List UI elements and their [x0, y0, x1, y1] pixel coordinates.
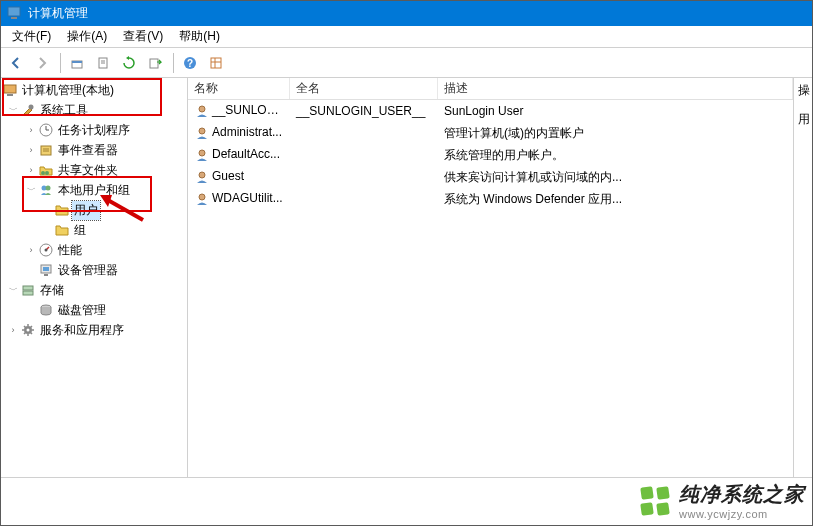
- tree-label: 组: [72, 221, 88, 240]
- cell-description: 管理计算机(域)的内置帐户: [438, 124, 793, 143]
- list-row[interactable]: __SUNLOGI...__SUNLOGIN_USER__SunLogin Us…: [188, 100, 793, 122]
- tree-label: 共享文件夹: [56, 161, 120, 180]
- tree-label: 事件查看器: [56, 141, 120, 160]
- cell-description: 供来宾访问计算机或访问域的内...: [438, 168, 793, 187]
- cell-fullname: [290, 132, 438, 134]
- tree-device-manager[interactable]: 设备管理器: [0, 260, 187, 280]
- cell-name: WDAGUtilit...: [212, 191, 283, 205]
- cell-fullname: [290, 176, 438, 178]
- shared-folder-icon: [38, 162, 54, 178]
- expander-icon[interactable]: ﹀: [6, 104, 20, 117]
- svg-rect-0: [8, 7, 20, 16]
- svg-point-36: [199, 106, 205, 112]
- tree-shared-folders[interactable]: › 共享文件夹: [0, 160, 187, 180]
- tree-groups[interactable]: 组: [0, 220, 187, 240]
- svg-point-27: [45, 249, 48, 252]
- svg-point-22: [41, 171, 45, 175]
- column-header-fullname[interactable]: 全名: [290, 78, 438, 99]
- toolbar: ?: [0, 48, 813, 78]
- watermark-sub: www.ycwjzy.com: [679, 508, 805, 520]
- tree-root[interactable]: 计算机管理(本地): [0, 80, 187, 100]
- tree-event-viewer[interactable]: › 事件查看器: [0, 140, 187, 160]
- toolbar-separator: [60, 53, 61, 73]
- properties-button[interactable]: [91, 51, 115, 75]
- tree-services-apps[interactable]: › 服务和应用程序: [0, 320, 187, 340]
- cell-name: __SUNLOGI...: [212, 103, 289, 117]
- toolbar-separator: [173, 53, 174, 73]
- tree-label: 性能: [56, 241, 84, 260]
- back-button[interactable]: [4, 51, 28, 75]
- svg-rect-3: [72, 61, 82, 63]
- expander-icon[interactable]: ›: [24, 245, 38, 255]
- menu-file[interactable]: 文件(F): [4, 26, 59, 47]
- svg-point-40: [199, 194, 205, 200]
- menu-help[interactable]: 帮助(H): [171, 26, 228, 47]
- svg-point-35: [27, 329, 30, 332]
- expander-icon[interactable]: ›: [24, 125, 38, 135]
- refresh-button[interactable]: [117, 51, 141, 75]
- list-row[interactable]: Guest供来宾访问计算机或访问域的内...: [188, 166, 793, 188]
- expander-icon[interactable]: ﹀: [6, 284, 20, 297]
- expander-icon[interactable]: ›: [6, 325, 20, 335]
- watermark-logo-icon: [639, 485, 671, 517]
- column-header-description[interactable]: 描述: [438, 78, 793, 99]
- svg-point-37: [199, 128, 205, 134]
- svg-rect-45: [640, 502, 654, 516]
- tree-label: 计算机管理(本地): [20, 81, 116, 100]
- folder-icon: [54, 222, 70, 238]
- forward-button[interactable]: [30, 51, 54, 75]
- actions-item[interactable]: 用: [794, 109, 813, 130]
- tree-label: 设备管理器: [56, 261, 120, 280]
- help-button[interactable]: ?: [178, 51, 202, 75]
- user-icon: [194, 169, 210, 185]
- expander-icon[interactable]: ›: [24, 145, 38, 155]
- user-icon: [194, 125, 210, 141]
- column-header-name[interactable]: 名称: [188, 78, 290, 99]
- tree-label: 服务和应用程序: [38, 321, 126, 340]
- tree-task-scheduler[interactable]: › 任务计划程序: [0, 120, 187, 140]
- actions-pane: 操 用: [793, 78, 813, 477]
- tree-storage[interactable]: ﹀ 存储: [0, 280, 187, 300]
- tree-label: 本地用户和组: [56, 181, 132, 200]
- list-row[interactable]: Administrat...管理计算机(域)的内置帐户: [188, 122, 793, 144]
- svg-rect-30: [43, 267, 49, 271]
- svg-point-15: [29, 105, 34, 110]
- cell-fullname: [290, 198, 438, 200]
- cell-fullname: __SUNLOGIN_USER__: [290, 103, 438, 119]
- cell-description: SunLogin User: [438, 103, 793, 119]
- list-row[interactable]: DefaultAcc...系统管理的用户帐户。: [188, 144, 793, 166]
- client-area: 计算机管理(本地) ﹀ 系统工具 › 任务计划程序 › 事件查看器 › 共享文件…: [0, 78, 813, 478]
- tree-disk-management[interactable]: 磁盘管理: [0, 300, 187, 320]
- tree-label: 系统工具: [38, 101, 90, 120]
- users-groups-icon: [38, 182, 54, 198]
- folder-icon: [54, 202, 70, 218]
- tree-system-tools[interactable]: ﹀ 系统工具: [0, 100, 187, 120]
- app-icon: [6, 5, 22, 21]
- expander-icon[interactable]: ﹀: [24, 184, 38, 197]
- svg-rect-7: [150, 59, 158, 68]
- watermark-text: 纯净系统之家 www.ycwjzy.com: [679, 481, 805, 520]
- device-manager-icon: [38, 262, 54, 278]
- tree-label: 磁盘管理: [56, 301, 108, 320]
- list-row[interactable]: WDAGUtilit...系统为 Windows Defender 应用...: [188, 188, 793, 210]
- up-button[interactable]: [65, 51, 89, 75]
- tree-users[interactable]: 用户: [0, 200, 187, 220]
- expander-icon[interactable]: ›: [24, 165, 38, 175]
- svg-rect-1: [11, 17, 17, 19]
- svg-point-25: [46, 186, 51, 191]
- tree-local-users-groups[interactable]: ﹀ 本地用户和组: [0, 180, 187, 200]
- clock-icon: [38, 122, 54, 138]
- svg-rect-32: [23, 291, 33, 295]
- menu-view[interactable]: 查看(V): [115, 26, 171, 47]
- menu-action[interactable]: 操作(A): [59, 26, 115, 47]
- cell-description: 系统为 Windows Defender 应用...: [438, 190, 793, 209]
- watermark: 纯净系统之家 www.ycwjzy.com: [639, 481, 805, 520]
- user-icon: [194, 147, 210, 163]
- tree-label: 任务计划程序: [56, 121, 132, 140]
- cell-name: Guest: [212, 169, 244, 183]
- view-button[interactable]: [204, 51, 228, 75]
- watermark-main: 纯净系统之家: [679, 481, 805, 508]
- export-button[interactable]: [143, 51, 167, 75]
- tree-performance[interactable]: › 性能: [0, 240, 187, 260]
- computer-icon: [2, 82, 18, 98]
